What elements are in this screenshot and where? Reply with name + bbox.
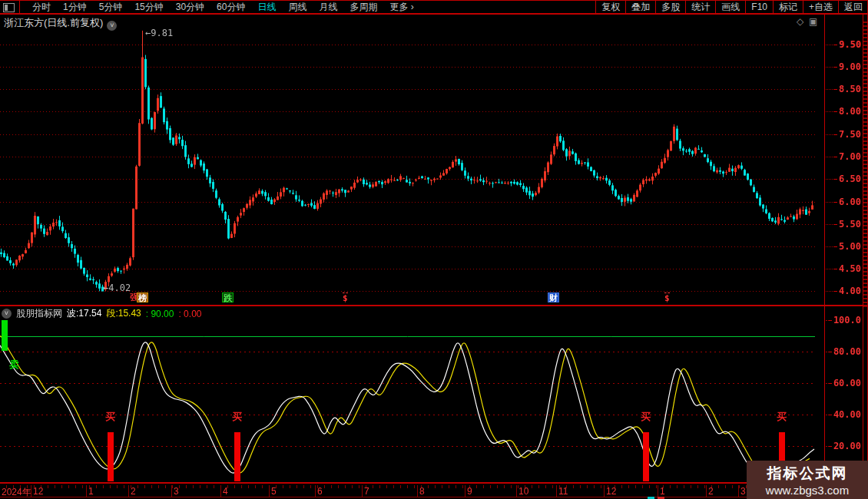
candlestick-chart-panel[interactable]: ←9.81 ←4.02 强榜跌$财$ bbox=[0, 29, 815, 305]
period-tab-多周期[interactable]: 多周期 bbox=[343, 1, 383, 14]
axis-label-row: 8.00 bbox=[826, 106, 861, 117]
date-tick-marks bbox=[0, 485, 824, 488]
axis-tick bbox=[834, 134, 837, 135]
toolbar-button-+自选[interactable]: +自选 bbox=[803, 1, 838, 15]
period-tab-1分钟[interactable]: 1分钟 bbox=[57, 1, 93, 14]
window-icon[interactable] bbox=[3, 3, 15, 12]
month-label[interactable]: 2 bbox=[131, 486, 136, 497]
period-high-annotation: ←9.81 bbox=[145, 28, 173, 38]
month-boundary bbox=[658, 485, 658, 497]
month-label[interactable]: 1 bbox=[660, 486, 665, 497]
axis-label-row: 60.00 bbox=[826, 378, 861, 388]
event-marker-bang[interactable]: 强榜 bbox=[129, 292, 149, 302]
axis-label-row: 6.50 bbox=[826, 173, 861, 184]
chevron-down-icon[interactable]: ˅ bbox=[2, 309, 12, 319]
axis-label-row: 7.00 bbox=[826, 151, 861, 162]
axis-dotted-leader bbox=[826, 224, 834, 225]
month-label[interactable]: 8 bbox=[419, 486, 425, 497]
indicator-header-token-1: 波:17.54 bbox=[67, 307, 101, 320]
month-label[interactable]: 3 bbox=[740, 486, 746, 497]
period-tabs: 分时1分钟5分钟15分钟30分钟60分钟日线周线月线多周期更多 › bbox=[0, 1, 595, 14]
axis-label: 9.00 bbox=[839, 61, 861, 72]
axis-label-row: 9.50 bbox=[826, 39, 861, 50]
month-label[interactable]: 2 bbox=[708, 486, 714, 497]
buy-signal-label: 买 bbox=[641, 410, 651, 424]
axis-tick bbox=[829, 446, 832, 447]
month-label[interactable]: 12 bbox=[606, 486, 616, 497]
month-label[interactable]: 10 bbox=[518, 486, 528, 497]
dividend-marker: $ bbox=[664, 292, 670, 302]
axis-dotted-leader bbox=[826, 157, 834, 157]
indicator-bottom-border bbox=[0, 482, 824, 484]
dividend-marker: $ bbox=[343, 292, 348, 302]
axis-tick bbox=[834, 179, 837, 180]
indicator-panel[interactable]: ˅ 股朋指标网波:17.54段:15.43: 90.00: 0.00 卖 买买买… bbox=[0, 307, 815, 484]
event-marker-dollar[interactable]: $ bbox=[664, 292, 671, 302]
event-marker-die[interactable]: 跌 bbox=[221, 292, 234, 302]
month-label[interactable]: 4 bbox=[223, 486, 228, 497]
period-tab-60分钟[interactable]: 60分钟 bbox=[210, 1, 251, 14]
month-label[interactable]: 12 bbox=[33, 486, 43, 497]
toolbar-button-叠加[interactable]: 叠加 bbox=[625, 1, 655, 15]
axis-label-row: 4.00 bbox=[826, 286, 861, 296]
axis-tick bbox=[834, 224, 837, 225]
top-toolbar: 分时1分钟5分钟15分钟30分钟60分钟日线周线月线多周期更多 › 复权叠加多股… bbox=[0, 0, 868, 14]
diamond-icon[interactable]: ◇ bbox=[797, 16, 803, 27]
event-marker-cai[interactable]: 财 bbox=[547, 292, 560, 302]
axis-dotted-leader bbox=[826, 89, 834, 90]
axis-dotted-leader bbox=[826, 134, 834, 135]
month-label[interactable]: 5 bbox=[271, 486, 277, 497]
watermark-badge: 指标公式网 www.zbgs3.com bbox=[747, 461, 868, 499]
toolbar-button-F10[interactable]: F10 bbox=[745, 1, 773, 15]
side-strip-text-marks bbox=[863, 21, 867, 307]
indicator-header-token-4: : 0.00 bbox=[178, 309, 201, 319]
axis-label-row: 100.0 bbox=[826, 315, 861, 326]
month-boundary bbox=[417, 485, 418, 497]
axis-label: 7.50 bbox=[839, 129, 861, 140]
sell-signal-bar bbox=[2, 320, 8, 351]
axis-label-row: 7.50 bbox=[826, 129, 861, 140]
indicator-canvas[interactable] bbox=[0, 307, 815, 484]
month-label[interactable]: 3 bbox=[174, 486, 179, 497]
axis-label: 8.50 bbox=[839, 84, 861, 94]
axis-dotted-leader bbox=[826, 111, 834, 112]
period-tab-5分钟[interactable]: 5分钟 bbox=[93, 1, 129, 14]
stock-app-window: { "toolbar": { "left_items": [ {"label":… bbox=[0, 0, 868, 499]
month-label[interactable]: 7 bbox=[364, 486, 369, 497]
month-label[interactable]: 1 bbox=[88, 486, 94, 497]
toolbar-button-画线[interactable]: 画线 bbox=[715, 1, 745, 15]
sell-signal-label: 卖 bbox=[9, 358, 19, 372]
axis-label-row: 20.00 bbox=[826, 441, 861, 451]
period-tab-更多 ›[interactable]: 更多 › bbox=[383, 1, 419, 14]
split-window-icon[interactable]: ▣ bbox=[809, 16, 817, 27]
period-tab-周线[interactable]: 周线 bbox=[282, 1, 313, 14]
period-tab-月线[interactable]: 月线 bbox=[313, 1, 343, 14]
toolbar-button-多股[interactable]: 多股 bbox=[655, 1, 685, 15]
stock-title-text: 浙江东方(日线.前复权) bbox=[4, 17, 103, 28]
month-label[interactable]: 11 bbox=[558, 486, 568, 497]
event-badge-text: 跌 bbox=[222, 292, 234, 302]
month-label[interactable]: 6 bbox=[317, 486, 323, 497]
axis-tick bbox=[834, 89, 837, 90]
toolbar-button-复权[interactable]: 复权 bbox=[595, 1, 625, 15]
period-tab-日线[interactable]: 日线 bbox=[251, 1, 282, 14]
candlestick-canvas[interactable] bbox=[0, 29, 815, 305]
axis-tick bbox=[829, 383, 832, 384]
period-tab-30分钟[interactable]: 30分钟 bbox=[170, 1, 210, 14]
indicator-header-token-3: : 90.00 bbox=[146, 309, 174, 319]
axis-label-row: 80.00 bbox=[826, 346, 861, 357]
toolbar-button-统计[interactable]: 统计 bbox=[685, 1, 715, 15]
axis-label: 8.00 bbox=[839, 106, 861, 117]
date-axis[interactable]: 2024年 12123456789101112123 bbox=[0, 485, 824, 497]
event-marker-dollar[interactable]: $ bbox=[342, 292, 349, 302]
period-tab-15分钟[interactable]: 15分钟 bbox=[128, 1, 169, 14]
axis-dotted-leader bbox=[826, 202, 834, 203]
toolbar-button-标记[interactable]: 标记 bbox=[773, 1, 803, 15]
period-tab-分时[interactable]: 分时 bbox=[26, 1, 57, 14]
axis-label-row: 6.00 bbox=[826, 197, 861, 207]
axis-tick bbox=[834, 67, 837, 68]
month-label[interactable]: 9 bbox=[467, 486, 472, 497]
axis-tick bbox=[834, 246, 837, 247]
toolbar-button-返回[interactable]: 返回 bbox=[838, 1, 868, 15]
axis-label: 9.50 bbox=[839, 39, 861, 50]
